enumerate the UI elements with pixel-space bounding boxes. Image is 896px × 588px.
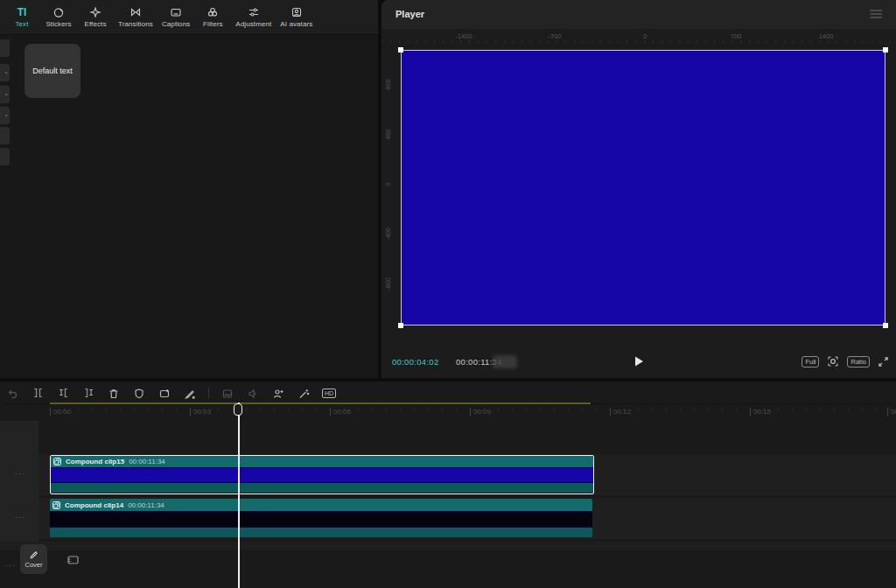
tab-label: Filters xyxy=(203,20,222,28)
player-menu-icon[interactable] xyxy=(870,10,882,19)
clip-name: Compound clip14 xyxy=(65,501,123,509)
sidebar-category-item[interactable] xyxy=(0,127,10,144)
content-duration-line xyxy=(50,402,591,404)
tab-ai-avatars[interactable]: AI avatars xyxy=(276,0,317,35)
chevron-down-icon: ⌄ xyxy=(4,68,9,75)
playhead-handle[interactable] xyxy=(234,403,242,416)
cover-label: Cover xyxy=(24,561,42,569)
selection-handle[interactable] xyxy=(883,47,888,52)
tab-stickers[interactable]: Stickers xyxy=(40,0,77,35)
ruler-time-label: 00:15 xyxy=(750,408,771,416)
split-icon[interactable]: ][ xyxy=(31,387,45,401)
current-time: 00:00:04:02 xyxy=(392,357,439,367)
track-options-icon[interactable]: ··· xyxy=(15,469,25,478)
default-text-card[interactable]: Default text xyxy=(24,44,80,98)
clip-video-strip xyxy=(51,467,593,483)
fullscreen-icon[interactable] xyxy=(878,356,889,368)
v-ruler-label: -400 xyxy=(384,221,392,248)
ruler-time-label: 00:09 xyxy=(470,408,491,416)
crop-icon[interactable] xyxy=(158,387,172,401)
undo-icon[interactable] xyxy=(5,387,19,401)
view-controls: Full Ratio xyxy=(802,355,889,368)
default-text-label: Default text xyxy=(32,66,73,75)
clip-duration: 00:00:11:34 xyxy=(129,458,165,466)
selection-handle[interactable] xyxy=(883,323,888,328)
preview-canvas[interactable] xyxy=(401,50,886,326)
timeline-panel: ][ I[ ]I HD 00:00 00:03 00:06 00:09 00:1… xyxy=(0,382,896,588)
tab-label: Effects xyxy=(84,20,106,28)
tab-label: Stickers xyxy=(46,20,71,28)
track-header-gutter xyxy=(0,421,38,550)
magic-wand-icon[interactable] xyxy=(297,387,311,401)
tab-captions[interactable]: Captions xyxy=(158,0,194,35)
toolbar-divider xyxy=(208,388,209,399)
tab-effects[interactable]: Effects xyxy=(77,0,114,35)
clip-footer-strip xyxy=(51,483,593,493)
hd-icon[interactable]: HD xyxy=(322,387,336,401)
sidebar-category-item[interactable] xyxy=(0,148,10,165)
timeline-toolbar: ][ I[ ]I HD xyxy=(5,383,891,404)
chevron-down-icon: ⌄ xyxy=(4,111,9,118)
sidebar-category-item[interactable]: ⌄ xyxy=(0,64,10,81)
tab-text[interactable]: TI Text xyxy=(4,0,40,35)
clip-header: Compound clip14 00:00:11:34 xyxy=(50,499,592,511)
tab-label: Text xyxy=(15,20,28,28)
timeline-ruler[interactable]: 00:00 00:03 00:06 00:09 00:12 00:15 00:1… xyxy=(0,404,896,421)
clip-video-strip xyxy=(50,511,592,528)
ruler-time-label: 00:12 xyxy=(610,408,631,416)
selection-handle[interactable] xyxy=(398,47,403,52)
frame-export-icon[interactable] xyxy=(220,387,234,401)
clip-compound-clip15[interactable]: Compound clip15 00:00:11:34 xyxy=(50,455,594,494)
v-ruler-label: 0 xyxy=(384,172,392,198)
fit-zoom-icon[interactable] xyxy=(827,355,839,368)
clip-compound-clip14[interactable]: Compound clip14 00:00:11:34 xyxy=(50,499,592,538)
h-ruler-label: -1400 xyxy=(455,32,472,40)
mute-icon[interactable] xyxy=(246,387,260,401)
cover-button[interactable]: Cover xyxy=(20,544,47,574)
brush-icon[interactable] xyxy=(183,387,197,401)
pencil-icon xyxy=(29,550,38,560)
tab-filters[interactable]: Filters xyxy=(194,0,231,35)
adjustment-sliders-icon xyxy=(248,6,260,18)
selection-handle[interactable] xyxy=(398,323,403,328)
h-ruler-label: 700 xyxy=(731,32,742,40)
ratio-button[interactable]: Ratio xyxy=(847,356,870,368)
horizontal-ruler: -1400 -700 0 700 1400 xyxy=(382,32,896,43)
transitions-bowtie-icon xyxy=(130,6,142,18)
play-button[interactable] xyxy=(632,354,646,368)
sidebar-category-item[interactable]: ⌄ xyxy=(0,107,10,124)
chevron-down-icon: ⌄ xyxy=(4,90,9,97)
video-editor-window: TI Text Stickers Effects Transitions Cap… xyxy=(0,0,896,588)
sidebar-category-item[interactable] xyxy=(0,39,10,57)
delete-icon[interactable] xyxy=(107,387,121,401)
v-ruler-label: -800 xyxy=(384,271,392,298)
h-ruler-label: -700 xyxy=(548,32,561,40)
ruler-time-label: 00:03 xyxy=(190,408,211,416)
tab-label: AI avatars xyxy=(280,20,312,28)
timeline-bottom-bar: Cover xyxy=(0,550,896,588)
v-ruler-label: 800 xyxy=(384,72,392,98)
tab-adjustment[interactable]: Adjustment xyxy=(231,0,276,35)
clip-footer-strip xyxy=(50,528,592,537)
compound-clip-icon xyxy=(52,501,60,509)
mask-icon[interactable] xyxy=(132,387,146,401)
sticker-icon xyxy=(52,6,65,18)
filters-icon xyxy=(206,6,219,18)
ruler-time-label: 00:06 xyxy=(330,408,351,416)
sidebar-category-item[interactable]: ⌄ xyxy=(0,86,10,103)
tab-label: Transitions xyxy=(118,20,153,28)
blurred-badge xyxy=(493,355,517,368)
tab-label: Adjustment xyxy=(235,20,271,28)
avatar-tool-icon[interactable] xyxy=(271,387,285,401)
captions-icon xyxy=(170,6,182,18)
clip-name: Compound clip15 xyxy=(66,458,124,466)
tab-transitions[interactable]: Transitions xyxy=(114,0,158,35)
filmstrip-icon[interactable] xyxy=(66,554,80,570)
delete-left-icon[interactable]: I[ xyxy=(56,387,70,401)
media-text-panel: TI Text Stickers Effects Transitions Cap… xyxy=(0,0,378,378)
full-button[interactable]: Full xyxy=(802,356,819,368)
h-ruler-label: 0 xyxy=(643,32,647,40)
v-ruler-label: 400 xyxy=(384,122,392,148)
track-options-icon[interactable]: ··· xyxy=(15,513,25,522)
delete-right-icon[interactable]: ]I xyxy=(81,387,95,401)
